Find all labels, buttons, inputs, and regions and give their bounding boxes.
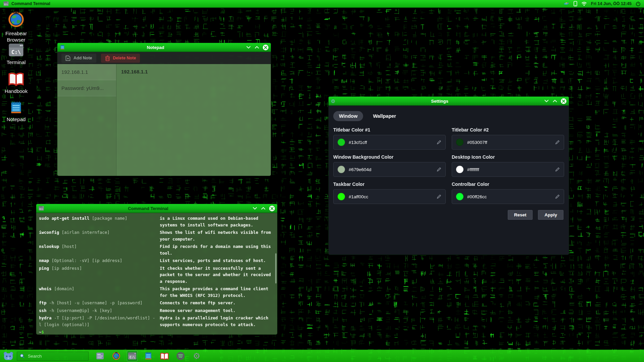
edit-pencil-icon[interactable] bbox=[437, 140, 441, 145]
color-hex-value: #053007ff bbox=[467, 140, 487, 145]
color-value-input[interactable]: #053007ff bbox=[452, 135, 564, 150]
taskbar-item-terminal-active[interactable] bbox=[127, 351, 138, 361]
terminal-entry: nslookup [host] Find ip records for a do… bbox=[39, 243, 274, 256]
taskbar-search[interactable] bbox=[17, 352, 89, 361]
minimize-chevron-down-icon[interactable] bbox=[246, 45, 251, 50]
maximize-chevron-up-icon[interactable] bbox=[261, 206, 266, 211]
apply-button[interactable]: Apply bbox=[538, 210, 563, 220]
terminal-entry: nmap [Optional: -sV] [ip address] List s… bbox=[39, 257, 274, 264]
edit-pencil-icon[interactable] bbox=[555, 167, 560, 172]
power-icon[interactable] bbox=[636, 1, 641, 6]
delete-note-button[interactable]: Delete Note bbox=[101, 54, 140, 63]
color-swatch[interactable] bbox=[456, 139, 463, 146]
reset-button[interactable]: Reset bbox=[508, 210, 533, 220]
terminal-icon bbox=[39, 206, 44, 211]
terminal-scrollbar[interactable] bbox=[275, 253, 277, 283]
color-hex-value: #13cf1cff bbox=[349, 140, 367, 145]
taskbar-item-fireabear-browser[interactable] bbox=[111, 351, 121, 361]
color-swatch[interactable] bbox=[338, 166, 345, 173]
color-value-input[interactable]: #679e604d bbox=[333, 162, 446, 177]
notepad-icon bbox=[9, 101, 23, 115]
notepad-body: 192.168.1.1 Password: yUm9... 192.168.1.… bbox=[57, 64, 271, 176]
taskbar-apps: ⚙ bbox=[95, 351, 202, 361]
terminal-entry: ssh -h [username@ip] -k [key] Remove ser… bbox=[39, 307, 274, 314]
taskbar-item-file-manager[interactable] bbox=[95, 351, 105, 361]
terminal-entry: ftp -h [host] -u [username] -p [password… bbox=[39, 300, 274, 306]
minimize-chevron-down-icon[interactable] bbox=[252, 206, 257, 211]
close-icon[interactable] bbox=[561, 98, 566, 104]
edit-pencil-icon[interactable] bbox=[555, 140, 560, 145]
close-icon[interactable] bbox=[263, 45, 268, 50]
terminal-entry: ping [ip address] It checks whether it s… bbox=[39, 265, 274, 285]
note-content-pane[interactable]: 192.168.1.1 bbox=[116, 64, 271, 176]
color-value-input[interactable]: #00ff26cc bbox=[452, 189, 564, 204]
terminal-entry: iwconfig [airlan internface] Shows the l… bbox=[39, 229, 274, 242]
taskbar-item-spotify[interactable] bbox=[175, 351, 186, 361]
taskbar-item-handbook[interactable] bbox=[159, 351, 170, 361]
color-field-label: Titlebar Color #1 bbox=[333, 127, 446, 133]
terminal-command: whois [domain] bbox=[39, 286, 157, 299]
tab-label: Wallpaper bbox=[373, 113, 396, 119]
settings-body: Window Wallpaper Titlebar Color #1 #13cf… bbox=[329, 106, 569, 255]
notepad-titlebar[interactable]: Notepad bbox=[57, 43, 271, 52]
terminal-titlebar[interactable]: Command Terminal bbox=[36, 204, 277, 213]
start-button-bear-icon[interactable] bbox=[2, 351, 15, 361]
note-list-item[interactable]: 192.168.1.1 bbox=[57, 64, 116, 80]
desktop-icon-fireabear-browser[interactable]: Fireabear Browser bbox=[0, 10, 32, 43]
terminal-icon bbox=[128, 352, 137, 360]
desktop-icon-notepad[interactable]: Notepad bbox=[0, 101, 32, 123]
gear-icon: ⚙ bbox=[193, 352, 200, 360]
phone-icon[interactable] bbox=[574, 1, 577, 6]
color-value-input[interactable]: #ffffffff bbox=[452, 162, 564, 177]
prompt-tilde: ~ bbox=[39, 329, 42, 334]
desktop-icon-label: Handbook bbox=[5, 88, 28, 95]
settings-titlebar[interactable]: ⚙ Settings bbox=[329, 97, 569, 106]
color-field: Controlbar Color #00ff26cc bbox=[452, 180, 564, 204]
close-icon[interactable] bbox=[269, 206, 275, 211]
notepad-icon bbox=[60, 45, 65, 50]
fireabear-browser-icon bbox=[112, 351, 121, 361]
terminal-output[interactable]: sudo apt-get install [package name] is a… bbox=[36, 213, 277, 334]
terminal-command: ssh -h [username@ip] -k [key] bbox=[39, 307, 157, 314]
color-value-input[interactable]: #13cf1cff bbox=[333, 135, 446, 150]
color-field-label: Desktop Icon Color bbox=[452, 154, 564, 160]
color-swatch[interactable] bbox=[456, 193, 463, 200]
desktop-icon-handbook[interactable]: Handbook bbox=[0, 71, 32, 95]
terminal-command: ping [ip address] bbox=[39, 265, 157, 285]
color-swatch[interactable] bbox=[338, 139, 345, 146]
color-swatch[interactable] bbox=[456, 166, 463, 173]
color-hex-value: #00ff26cc bbox=[467, 194, 487, 199]
settings-tabs: Window Wallpaper bbox=[333, 111, 564, 121]
add-note-icon bbox=[65, 55, 70, 61]
taskbar-item-settings[interactable]: ⚙ bbox=[191, 351, 202, 361]
search-icon bbox=[20, 354, 25, 359]
settings-tab[interactable]: Window bbox=[333, 111, 363, 121]
minimize-chevron-down-icon[interactable] bbox=[544, 99, 549, 104]
edit-pencil-icon[interactable] bbox=[437, 167, 441, 172]
edit-pencil-icon[interactable] bbox=[437, 194, 441, 199]
color-hex-value: #ffffffff bbox=[467, 167, 479, 172]
desktop-icon-label: Fireabear Browser bbox=[0, 31, 32, 43]
notepad-icon bbox=[144, 352, 153, 360]
edit-pencil-icon[interactable] bbox=[555, 194, 560, 199]
taskbar-item-notepad[interactable] bbox=[143, 351, 154, 361]
settings-tab[interactable]: Wallpaper bbox=[367, 111, 402, 121]
notepad-window: Notepad Add Note bbox=[57, 43, 271, 176]
terminal-prompt[interactable]: ~$ bbox=[39, 329, 274, 334]
wifi-icon[interactable] bbox=[581, 2, 587, 6]
search-input[interactable] bbox=[27, 353, 76, 359]
note-title: Password: yUm9... bbox=[61, 85, 104, 91]
color-swatch[interactable] bbox=[338, 193, 345, 200]
color-field-label: Controlbar Color bbox=[452, 182, 564, 187]
handbook-icon bbox=[7, 71, 25, 87]
color-value-input[interactable]: #1aff00cc bbox=[333, 189, 446, 204]
notes-list: 192.168.1.1 Password: yUm9... bbox=[57, 64, 116, 176]
swallow-icon[interactable] bbox=[563, 1, 569, 6]
maximize-chevron-up-icon[interactable] bbox=[552, 99, 557, 104]
maximize-chevron-up-icon[interactable] bbox=[254, 45, 259, 50]
add-note-button[interactable]: Add Note bbox=[61, 54, 96, 63]
clock[interactable]: Fri 14 Jun, ÖÖ 12:45 bbox=[591, 1, 632, 6]
note-list-item[interactable]: Password: yUm9... bbox=[57, 80, 116, 96]
terminal-description: Hydra is a parallelized login cracker wh… bbox=[160, 315, 274, 328]
desktop-icon-terminal[interactable]: Terminal bbox=[0, 42, 32, 66]
